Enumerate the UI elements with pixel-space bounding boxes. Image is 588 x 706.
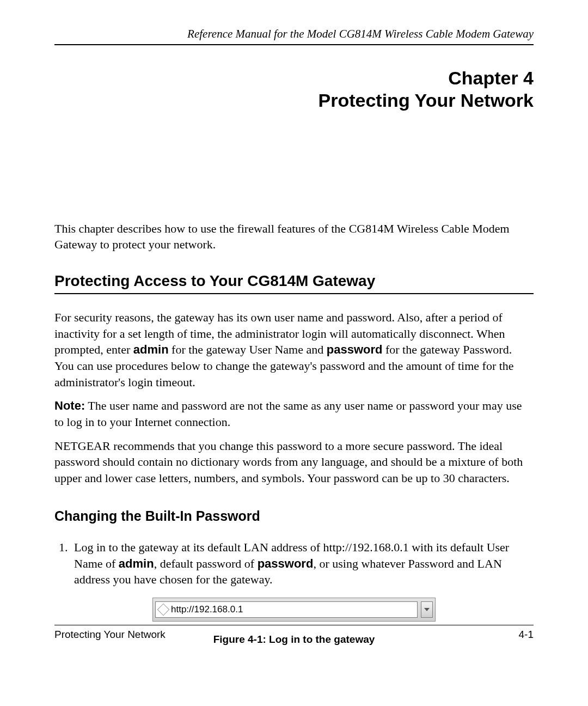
bold-password: password (327, 343, 383, 356)
note-label: Note: (54, 399, 85, 412)
list-item: Log in to the gateway at its default LAN… (71, 539, 534, 588)
bold-admin: admin (133, 343, 169, 356)
paragraph-note: Note: The user name and password are not… (54, 398, 534, 430)
address-input[interactable]: http://192.168.0.1 (155, 601, 418, 618)
footer-right: 4-1 (519, 629, 534, 641)
chevron-down-icon (424, 608, 430, 611)
page-icon (157, 604, 170, 616)
footer-left: Protecting Your Network (54, 629, 166, 641)
text: for the gateway User Name and (169, 343, 327, 356)
section-heading-access: Protecting Access to Your CG814M Gateway (54, 272, 534, 294)
document-page: Reference Manual for the Model CG814M Wi… (0, 0, 588, 706)
step-list: Log in to the gateway at its default LAN… (54, 539, 534, 588)
dropdown-button[interactable] (421, 601, 433, 618)
chapter-heading: Chapter 4 Protecting Your Network (54, 67, 534, 112)
bold-admin: admin (119, 557, 154, 570)
address-bar[interactable]: http://192.168.0.1 (152, 598, 436, 622)
note-text: The user name and password are not the s… (54, 399, 522, 429)
paragraph-access-intro: For security reasons, the gateway has it… (54, 309, 534, 390)
figure-address-bar: http://192.168.0.1 (54, 598, 534, 622)
intro-paragraph: This chapter describes how to use the fi… (54, 221, 534, 253)
chapter-number: Chapter 4 (54, 67, 534, 89)
address-text: http://192.168.0.1 (171, 604, 243, 615)
text: , default password of (154, 557, 258, 570)
section-heading-change-password: Changing the Built-In Password (54, 508, 534, 524)
paragraph-recommendation: NETGEAR recommends that you change this … (54, 438, 534, 486)
chapter-title: Protecting Your Network (54, 89, 534, 112)
running-header: Reference Manual for the Model CG814M Wi… (54, 27, 534, 45)
page-footer: Protecting Your Network 4-1 (54, 625, 534, 641)
bold-password: password (258, 557, 314, 570)
